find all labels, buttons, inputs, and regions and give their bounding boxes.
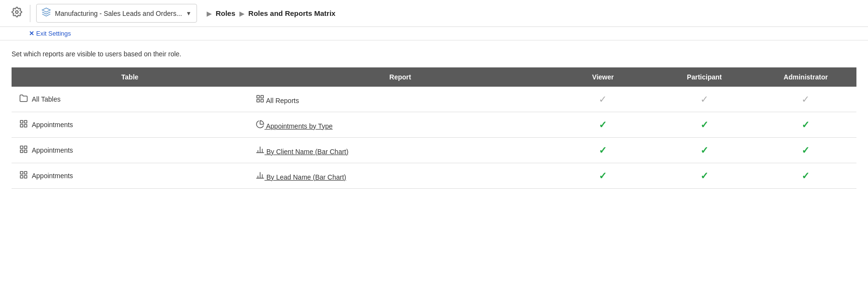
check-green-icon: ✓ bbox=[700, 145, 709, 156]
grid-icon bbox=[19, 145, 28, 156]
table-row: Appointments Appointments by Type ✓ ✓ ✓ bbox=[12, 112, 856, 138]
table-cell-viewer: ✓ bbox=[552, 163, 654, 189]
svg-rect-20 bbox=[25, 176, 27, 178]
check-green-icon: ✓ bbox=[599, 170, 607, 181]
svg-point-0 bbox=[15, 11, 18, 13]
table-cell-administrator: ✓ bbox=[755, 87, 857, 112]
svg-rect-18 bbox=[25, 171, 27, 174]
exit-settings-button[interactable]: ✕ Exit Settings bbox=[29, 30, 71, 37]
table-cell-name: Appointments bbox=[12, 138, 248, 163]
grid-icon bbox=[19, 170, 28, 181]
table-cell-participant: ✓ bbox=[654, 163, 755, 189]
check-gray-icon: ✓ bbox=[599, 94, 607, 104]
table-cell-participant: ✓ bbox=[654, 87, 755, 112]
check-green-icon: ✓ bbox=[700, 119, 709, 130]
chevron-down-icon: ▼ bbox=[186, 10, 192, 17]
check-gray-icon: ✓ bbox=[700, 94, 709, 104]
table-cell-participant: ✓ bbox=[654, 112, 755, 138]
roles-reports-table: Table Report Viewer Participant Administ… bbox=[12, 67, 856, 189]
report-link[interactable]: By Client Name (Bar Chart) bbox=[256, 145, 348, 156]
exit-x-icon: ✕ bbox=[29, 30, 34, 37]
report-link[interactable]: By Lead Name (Bar Chart) bbox=[256, 171, 346, 181]
svg-rect-3 bbox=[257, 99, 259, 102]
table-row: Appointments By Lead Name (Bar Chart) ✓ … bbox=[12, 163, 856, 189]
check-green-icon: ✓ bbox=[599, 145, 607, 156]
table-cell-viewer: ✓ bbox=[552, 112, 654, 138]
svg-rect-11 bbox=[20, 150, 23, 153]
table-cell-name: Appointments bbox=[12, 112, 248, 138]
breadcrumb-arrow-2: ▶ bbox=[239, 10, 245, 17]
app-selector-button[interactable]: Manufacturing - Sales Leads and Orders..… bbox=[36, 4, 197, 23]
svg-rect-6 bbox=[25, 120, 27, 123]
exit-settings-label: Exit Settings bbox=[36, 30, 71, 37]
table-name-text: Appointments bbox=[32, 146, 73, 154]
table-cell-report[interactable]: By Client Name (Bar Chart) bbox=[248, 138, 552, 163]
table-name-text: Appointments bbox=[32, 121, 73, 129]
app-cube-icon bbox=[41, 7, 51, 19]
breadcrumb-matrix: Roles and Reports Matrix bbox=[249, 9, 336, 17]
table-header-row: Table Report Viewer Participant Administ… bbox=[12, 67, 856, 87]
report-link[interactable]: Appointments by Type bbox=[256, 120, 332, 130]
table-cell-administrator: ✓ bbox=[755, 163, 857, 189]
table-cell-report: All Reports bbox=[248, 87, 552, 112]
table-cell-participant: ✓ bbox=[654, 138, 755, 163]
svg-rect-12 bbox=[25, 150, 27, 153]
settings-gear-button[interactable] bbox=[8, 5, 26, 22]
col-header-report: Report bbox=[248, 67, 552, 87]
svg-rect-10 bbox=[25, 146, 27, 148]
svg-rect-19 bbox=[20, 176, 23, 178]
check-green-icon: ✓ bbox=[802, 145, 810, 156]
grid-icon bbox=[19, 119, 28, 130]
table-row: Appointments By Client Name (Bar Chart) … bbox=[12, 138, 856, 163]
table-cell-administrator: ✓ bbox=[755, 112, 857, 138]
breadcrumb: ▶ Roles ▶ Roles and Reports Matrix bbox=[207, 9, 336, 17]
report-name: All Reports bbox=[256, 94, 299, 104]
svg-rect-5 bbox=[20, 120, 23, 123]
vertical-divider bbox=[30, 5, 30, 22]
col-header-table: Table bbox=[12, 67, 248, 87]
breadcrumb-roles: Roles bbox=[216, 9, 236, 17]
check-green-icon: ✓ bbox=[802, 119, 810, 130]
col-header-viewer: Viewer bbox=[552, 67, 654, 87]
table-cell-name: All Tables bbox=[12, 87, 248, 112]
svg-rect-4 bbox=[261, 99, 263, 102]
svg-rect-7 bbox=[20, 125, 23, 127]
table-cell-viewer: ✓ bbox=[552, 87, 654, 112]
main-content: Set which reports are visible to users b… bbox=[0, 40, 868, 198]
sub-bar: ✕ Exit Settings bbox=[0, 27, 868, 40]
svg-rect-17 bbox=[20, 171, 23, 174]
table-cell-report[interactable]: Appointments by Type bbox=[248, 112, 552, 138]
table-cell-viewer: ✓ bbox=[552, 138, 654, 163]
col-header-participant: Participant bbox=[654, 67, 755, 87]
svg-rect-8 bbox=[25, 125, 27, 127]
svg-rect-9 bbox=[20, 146, 23, 148]
col-header-administrator: Administrator bbox=[755, 67, 857, 87]
table-cell-administrator: ✓ bbox=[755, 138, 857, 163]
check-gray-icon: ✓ bbox=[802, 94, 810, 104]
table-row: All Tables All Reports ✓ ✓ ✓ bbox=[12, 87, 856, 112]
breadcrumb-arrow-1: ▶ bbox=[207, 10, 212, 17]
check-green-icon: ✓ bbox=[802, 170, 810, 181]
description-text: Set which reports are visible to users b… bbox=[12, 50, 856, 58]
app-name-text: Manufacturing - Sales Leads and Orders..… bbox=[55, 10, 182, 17]
table-name-text: Appointments bbox=[32, 172, 73, 180]
folder-icon bbox=[19, 94, 28, 104]
table-cell-name: Appointments bbox=[12, 163, 248, 189]
top-bar: Manufacturing - Sales Leads and Orders..… bbox=[0, 0, 868, 27]
table-name-text: All Tables bbox=[32, 95, 61, 103]
svg-rect-1 bbox=[257, 95, 259, 98]
table-cell-report[interactable]: By Lead Name (Bar Chart) bbox=[248, 163, 552, 189]
check-green-icon: ✓ bbox=[700, 170, 709, 181]
svg-rect-2 bbox=[261, 95, 263, 98]
check-green-icon: ✓ bbox=[599, 119, 607, 130]
